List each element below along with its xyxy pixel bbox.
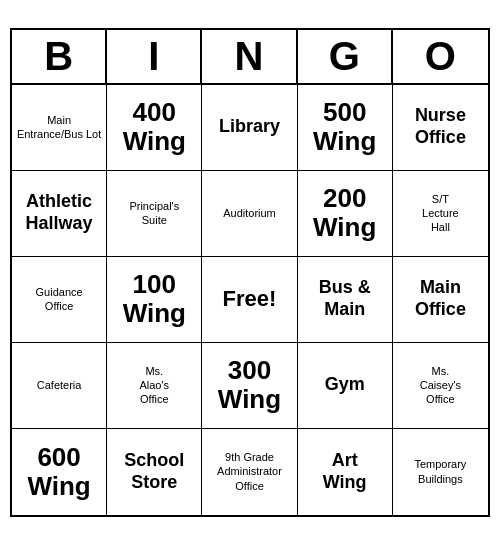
cell-text-14: MainOffice [415, 277, 466, 320]
bingo-cell-1: 400Wing [107, 85, 202, 171]
cell-text-9: S/TLectureHall [422, 192, 459, 235]
bingo-cell-10: GuidanceOffice [12, 257, 107, 343]
bingo-cell-5: AthleticHallway [12, 171, 107, 257]
cell-text-23: ArtWing [323, 450, 367, 493]
bingo-cell-3: 500Wing [298, 85, 393, 171]
cell-text-24: TemporaryBuildings [414, 457, 466, 486]
bingo-cell-13: Bus &Main [298, 257, 393, 343]
cell-text-6: Principal'sSuite [129, 199, 179, 228]
bingo-grid: Main Entrance/Bus Lot400WingLibrary500Wi… [12, 85, 488, 515]
bingo-cell-22: 9th GradeAdministratorOffice [202, 429, 297, 515]
bingo-cell-21: SchoolStore [107, 429, 202, 515]
bingo-cell-14: MainOffice [393, 257, 488, 343]
bingo-header: BINGO [12, 30, 488, 85]
cell-text-18: Gym [325, 374, 365, 396]
bingo-cell-18: Gym [298, 343, 393, 429]
cell-text-11: 100Wing [123, 270, 186, 327]
header-letter-i: I [107, 30, 202, 83]
header-letter-o: O [393, 30, 488, 83]
cell-text-22: 9th GradeAdministratorOffice [217, 450, 282, 493]
header-letter-g: G [298, 30, 393, 83]
cell-text-19: Ms.Caisey'sOffice [420, 364, 461, 407]
bingo-cell-4: NurseOffice [393, 85, 488, 171]
cell-text-16: Ms.Alao'sOffice [139, 364, 169, 407]
cell-text-4: NurseOffice [415, 105, 466, 148]
bingo-cell-15: Cafeteria [12, 343, 107, 429]
bingo-cell-16: Ms.Alao'sOffice [107, 343, 202, 429]
cell-text-0: Main Entrance/Bus Lot [16, 113, 102, 142]
cell-text-20: 600Wing [27, 443, 90, 500]
bingo-cell-11: 100Wing [107, 257, 202, 343]
bingo-cell-20: 600Wing [12, 429, 107, 515]
cell-text-7: Auditorium [223, 206, 276, 220]
bingo-cell-19: Ms.Caisey'sOffice [393, 343, 488, 429]
cell-text-21: SchoolStore [124, 450, 184, 493]
bingo-cell-0: Main Entrance/Bus Lot [12, 85, 107, 171]
cell-text-2: Library [219, 116, 280, 138]
bingo-cell-6: Principal'sSuite [107, 171, 202, 257]
header-letter-n: N [202, 30, 297, 83]
cell-text-5: AthleticHallway [26, 191, 93, 234]
bingo-cell-2: Library [202, 85, 297, 171]
bingo-card: BINGO Main Entrance/Bus Lot400WingLibrar… [10, 28, 490, 517]
cell-text-15: Cafeteria [37, 378, 82, 392]
bingo-cell-24: TemporaryBuildings [393, 429, 488, 515]
bingo-cell-23: ArtWing [298, 429, 393, 515]
cell-text-17: 300Wing [218, 356, 281, 413]
bingo-cell-17: 300Wing [202, 343, 297, 429]
bingo-cell-12: Free! [202, 257, 297, 343]
cell-text-3: 500Wing [313, 98, 376, 155]
cell-text-12: Free! [223, 286, 277, 312]
header-letter-b: B [12, 30, 107, 83]
cell-text-1: 400Wing [123, 98, 186, 155]
bingo-cell-8: 200Wing [298, 171, 393, 257]
cell-text-8: 200Wing [313, 184, 376, 241]
cell-text-10: GuidanceOffice [36, 285, 83, 314]
bingo-cell-7: Auditorium [202, 171, 297, 257]
cell-text-13: Bus &Main [319, 277, 371, 320]
bingo-cell-9: S/TLectureHall [393, 171, 488, 257]
